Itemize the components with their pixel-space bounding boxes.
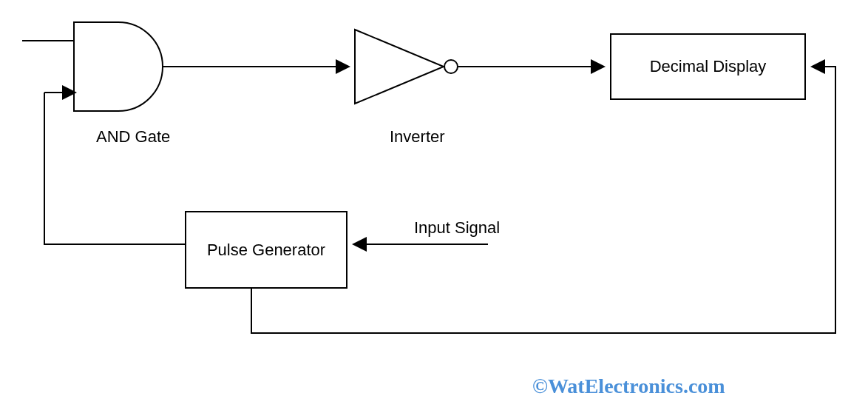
feedback-wire bbox=[251, 67, 835, 333]
inverter-shape bbox=[355, 30, 444, 104]
input-signal-label: Input Signal bbox=[414, 218, 500, 238]
decimal-display-label: Decimal Display bbox=[650, 57, 767, 76]
circuit-diagram: AND Gate Inverter Decimal Display Pulse … bbox=[0, 0, 868, 413]
pulse-to-and-wire bbox=[44, 93, 185, 244]
inverter-bubble bbox=[444, 60, 458, 73]
inverter-label: Inverter bbox=[390, 127, 445, 147]
and-gate-label: AND Gate bbox=[96, 127, 170, 147]
pulse-generator-label: Pulse Generator bbox=[207, 241, 325, 260]
and-gate-shape bbox=[74, 22, 163, 111]
watermark-text: ©WatElectronics.com bbox=[532, 375, 725, 398]
decimal-display-block: Decimal Display bbox=[610, 33, 806, 100]
pulse-generator-block: Pulse Generator bbox=[185, 211, 347, 289]
